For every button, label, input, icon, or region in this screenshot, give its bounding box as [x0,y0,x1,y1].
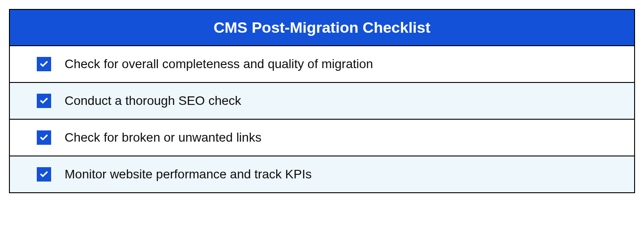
checklist-item-label: Monitor website performance and track KP… [65,167,312,182]
checklist-item-label: Conduct a thorough SEO check [65,94,241,108]
checkbox-icon [37,167,51,182]
checkbox-icon [37,94,51,108]
checklist-item: Check for broken or unwanted links [10,120,634,156]
checklist-item: Check for overall completeness and quali… [10,46,634,83]
checklist-item: Conduct a thorough SEO check [10,83,634,120]
checklist-item-label: Check for overall completeness and quali… [65,57,373,71]
checkbox-icon [37,130,51,145]
checklist-title: CMS Post-Migration Checklist [10,10,634,46]
checklist-item-label: Check for broken or unwanted links [65,130,261,145]
checklist-container: CMS Post-Migration Checklist Check for o… [9,9,635,193]
checkbox-icon [37,57,51,71]
checklist-item: Monitor website performance and track KP… [10,156,634,192]
